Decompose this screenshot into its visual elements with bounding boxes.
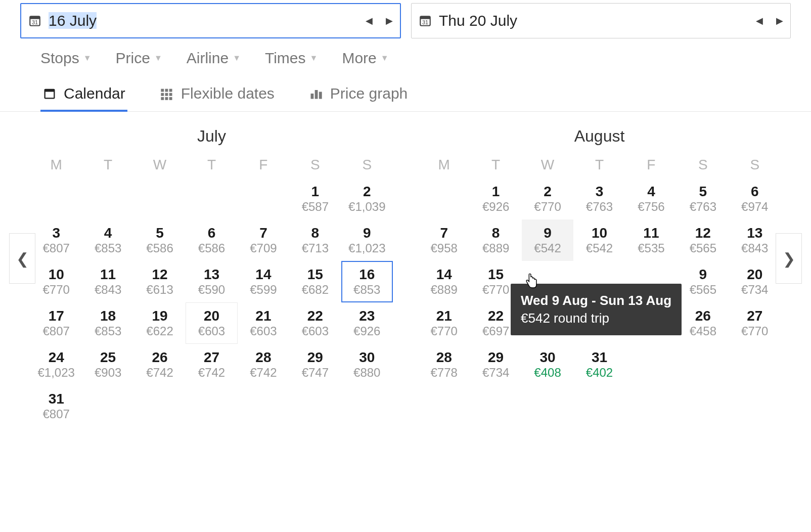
calendar-day[interactable]: 3€763 [573, 178, 625, 219]
calendar-day[interactable]: 13€843 [729, 219, 781, 261]
calendar-day[interactable]: 13€590 [186, 261, 237, 302]
calendar-day[interactable]: 2€770 [522, 178, 573, 219]
calendar-day[interactable]: 29€747 [289, 344, 341, 385]
calendar-day[interactable]: 12€565 [677, 219, 729, 261]
calendar-day[interactable]: 26€742 [134, 344, 186, 385]
dow-header: S [729, 157, 781, 173]
calendar-day[interactable]: 1€926 [470, 178, 521, 219]
svg-rect-13 [169, 93, 172, 96]
calendar-day[interactable]: 21€770 [418, 302, 470, 344]
day-number: 4 [647, 185, 655, 199]
day-number: 9 [544, 226, 552, 240]
filter-times[interactable]: Times▼ [265, 50, 318, 67]
day-price: €903 [95, 367, 121, 379]
filter-bar: Stops▼ Price▼ Airline▼ Times▼ More▼ [0, 38, 811, 76]
return-next-icon[interactable]: ▶ [776, 15, 783, 26]
calendar-day[interactable]: 27€770 [729, 302, 781, 344]
calendar-day[interactable]: 9€542 [522, 219, 573, 261]
calendar-day[interactable]: 7€958 [418, 219, 470, 261]
calendar-day[interactable]: 8€713 [289, 219, 341, 261]
calendar-day[interactable]: 30€880 [341, 344, 393, 385]
calendar-day[interactable]: 20€734 [729, 261, 781, 302]
day-price: €778 [431, 367, 458, 379]
calendar-day[interactable]: 5€763 [677, 178, 729, 219]
calendar-day[interactable]: 29€734 [470, 344, 521, 385]
calendar-day[interactable]: 28€742 [238, 344, 289, 385]
day-price: €603 [302, 325, 329, 337]
calendar-day[interactable]: 21€603 [238, 302, 289, 344]
filter-airline[interactable]: Airline▼ [187, 50, 241, 67]
day-number: 19 [152, 309, 167, 323]
calendar-day[interactable]: 20€603 [186, 302, 237, 344]
depart-prev-icon[interactable]: ◀ [366, 15, 373, 26]
calendar-day[interactable]: 26€458 [677, 302, 729, 344]
calendar-day[interactable]: 10€542 [573, 219, 625, 261]
calendar-day[interactable]: 17€807 [30, 302, 82, 344]
calendar-day[interactable]: 12€613 [134, 261, 186, 302]
calendar-day[interactable]: 5€586 [134, 219, 186, 261]
calendar-day[interactable]: 7€709 [238, 219, 289, 261]
calendar-day[interactable]: 9€1,023 [341, 219, 393, 261]
day-number: 9 [363, 226, 371, 240]
day-price: €586 [146, 242, 173, 254]
day-price: €807 [43, 408, 70, 420]
day-number: 5 [699, 185, 707, 199]
calendar-day[interactable]: 14€599 [238, 261, 289, 302]
svg-rect-7 [46, 92, 54, 98]
calendar-day[interactable]: 3€807 [30, 219, 82, 261]
calendar-day[interactable]: 28€778 [418, 344, 470, 385]
day-number: 29 [307, 350, 323, 365]
calendar-day[interactable]: 22€603 [289, 302, 341, 344]
calendar-day[interactable]: 11€535 [625, 219, 677, 261]
calendar-day[interactable]: 6€974 [729, 178, 781, 219]
calendar-day[interactable]: 10€770 [30, 261, 82, 302]
calendar-day[interactable]: 9€565 [677, 261, 729, 302]
day-number: 5 [156, 226, 164, 240]
day-number: 13 [747, 226, 762, 240]
calendar-day[interactable]: 25€903 [82, 344, 133, 385]
filter-more[interactable]: More▼ [342, 50, 388, 67]
calendar-icon: 31 [28, 14, 41, 27]
day-price: €709 [250, 242, 277, 254]
depart-date-field[interactable]: 31 16 July ◀ ▶ [20, 3, 401, 38]
tab-price-graph[interactable]: Price graph [307, 76, 410, 111]
day-number: 16 [359, 268, 375, 282]
calendar-day[interactable]: 8€889 [470, 219, 521, 261]
calendar-day[interactable]: 16€853 [341, 261, 393, 302]
calendar-day[interactable]: 4€853 [82, 219, 133, 261]
view-tabs: Calendar Flexible dates Price graph [0, 76, 811, 112]
calendar-day[interactable]: 6€586 [186, 219, 237, 261]
return-prev-icon[interactable]: ◀ [756, 15, 763, 26]
calendar-day[interactable]: 2€1,039 [341, 178, 393, 219]
tab-flexible-dates[interactable]: Flexible dates [158, 76, 277, 111]
calendar-day[interactable]: 15€682 [289, 261, 341, 302]
filter-stops[interactable]: Stops▼ [40, 50, 92, 67]
day-number: 30 [539, 350, 555, 365]
calendar-icon [42, 86, 57, 101]
day-price: €770 [741, 325, 768, 337]
calendar-day[interactable]: 1€587 [289, 178, 341, 219]
day-price: €734 [482, 367, 509, 379]
filter-price[interactable]: Price▼ [116, 50, 162, 67]
calendar-day[interactable]: 24€1,023 [30, 344, 82, 385]
calendar-day[interactable]: 23€926 [341, 302, 393, 344]
day-number: 1 [311, 185, 320, 199]
day-number: 3 [52, 226, 60, 240]
month-august: August MTWTFSS 1€9262€7703€7634€7565€763… [418, 127, 781, 427]
calendar-day[interactable]: 18€853 [82, 302, 133, 344]
calendar-day[interactable]: 27€742 [186, 344, 237, 385]
calendar-day[interactable]: 14€889 [418, 261, 470, 302]
calendar-day[interactable]: 4€756 [625, 178, 677, 219]
tab-calendar[interactable]: Calendar [40, 76, 127, 111]
calendar-day[interactable]: 19€622 [134, 302, 186, 344]
depart-next-icon[interactable]: ▶ [386, 15, 393, 26]
calendar-day[interactable]: 11€843 [82, 261, 133, 302]
day-number: 6 [751, 185, 759, 199]
calendar-day[interactable]: 31€402 [573, 344, 625, 385]
return-date-field[interactable]: 31 Thu 20 July ◀ ▶ [411, 3, 791, 38]
calendar-day[interactable]: 31€807 [30, 385, 82, 427]
calendar-cell-empty [30, 178, 82, 219]
calendar-day[interactable]: 30€408 [522, 344, 573, 385]
day-price: €770 [482, 284, 509, 296]
day-price: €742 [198, 367, 225, 379]
